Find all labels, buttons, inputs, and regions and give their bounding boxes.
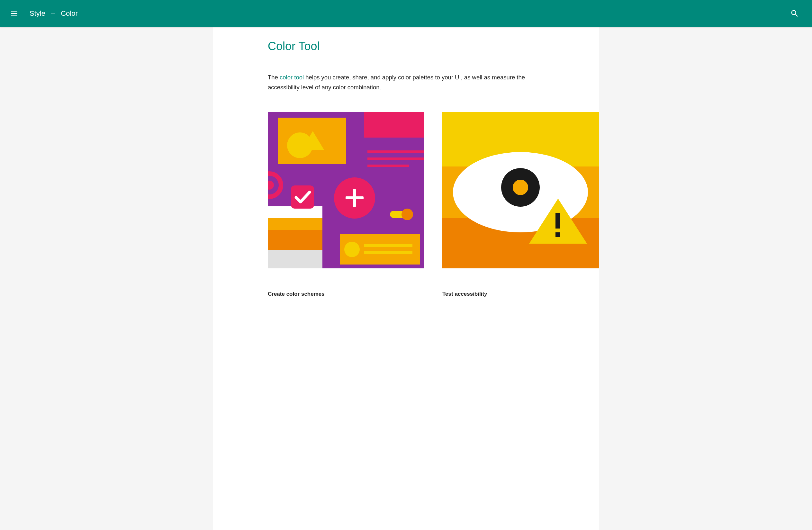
svg-point-22 (344, 242, 360, 257)
intro-text-prefix: The (268, 74, 280, 81)
svg-rect-23 (364, 244, 412, 247)
create-schemes-illustration (268, 112, 424, 268)
color-tool-link[interactable]: color tool (280, 74, 304, 81)
svg-rect-33 (555, 232, 560, 237)
intro-paragraph: The color tool helps you create, share, … (268, 72, 544, 92)
svg-rect-18 (353, 189, 356, 207)
breadcrumb: Style – Color (30, 9, 78, 18)
card-create-schemes[interactable]: Create color schemes (268, 112, 424, 297)
svg-rect-5 (268, 250, 322, 268)
svg-rect-3 (268, 218, 322, 230)
search-button[interactable] (787, 6, 802, 21)
svg-rect-24 (364, 251, 412, 254)
breadcrumb-separator: – (51, 9, 55, 18)
main-content: Color Tool The color tool helps you crea… (213, 27, 599, 530)
svg-point-20 (402, 209, 413, 220)
breadcrumb-section[interactable]: Style (30, 9, 45, 18)
svg-rect-4 (268, 230, 322, 250)
svg-rect-32 (555, 213, 560, 229)
app-bar: Style – Color (0, 0, 812, 27)
test-accessibility-illustration (442, 112, 599, 268)
breadcrumb-page: Color (61, 9, 78, 18)
intro-text-suffix: helps you create, share, and apply color… (268, 74, 525, 91)
svg-rect-12 (367, 165, 409, 167)
card-title: Test accessibility (442, 291, 599, 297)
svg-point-30 (513, 180, 528, 195)
svg-rect-9 (364, 112, 424, 137)
svg-rect-11 (367, 158, 424, 160)
card-title: Create color schemes (268, 291, 424, 297)
card-test-accessibility[interactable]: Test accessibility (442, 112, 599, 297)
page-title: Color Tool (268, 40, 544, 53)
card-row: Create color schemes Test accessibility (268, 112, 544, 297)
svg-rect-10 (367, 150, 424, 153)
menu-button[interactable] (6, 6, 22, 21)
hamburger-icon (10, 9, 18, 18)
svg-rect-15 (291, 186, 314, 209)
search-icon (790, 9, 799, 18)
